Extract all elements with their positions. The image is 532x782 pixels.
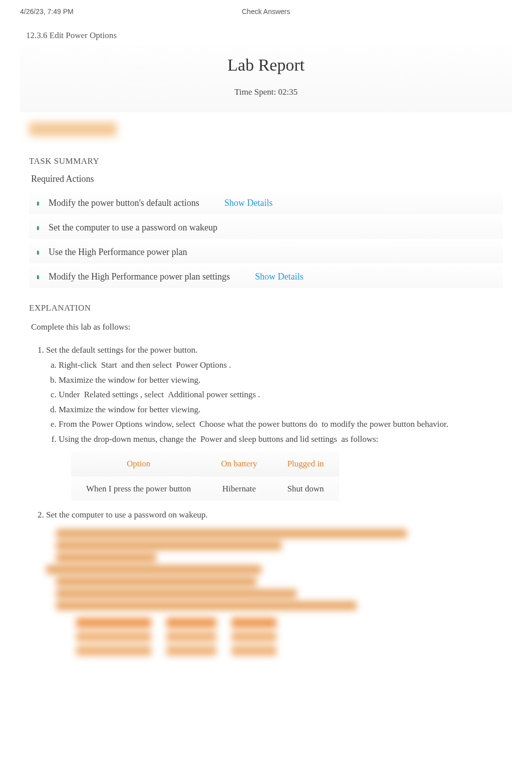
step-1-title: Set the default settings for the power b… bbox=[46, 345, 197, 355]
action-row: ▮ Modify the High Performance power plan… bbox=[29, 266, 503, 288]
step-2: Set the computer to use a password on wa… bbox=[46, 508, 501, 522]
action-text: Set the computer to use a password on wa… bbox=[49, 222, 217, 233]
action-row: ▮ Modify the power button's default acti… bbox=[29, 192, 503, 214]
check-icon: ▮ bbox=[37, 200, 40, 206]
action-row: ▮ Use the High Performance power plan bbox=[29, 241, 503, 264]
check-icon: ▮ bbox=[37, 225, 40, 230]
blurred-content bbox=[31, 529, 501, 656]
breadcrumb: 12.3.6 Edit Power Options bbox=[26, 31, 512, 41]
check-icon: ▮ bbox=[37, 249, 40, 255]
step-1b: Maximize the window for better viewing. bbox=[59, 374, 501, 387]
required-actions-label: Required Actions bbox=[31, 174, 512, 184]
table-cell: Shut down bbox=[272, 476, 339, 501]
report-title: Lab Report bbox=[25, 56, 507, 75]
table-header: On battery bbox=[206, 451, 272, 476]
show-details-link[interactable]: Show Details bbox=[224, 198, 273, 208]
action-text: Modify the power button's default action… bbox=[49, 198, 199, 208]
table-cell: When I press the power button bbox=[71, 476, 206, 501]
explanation-heading: EXPLANATION bbox=[29, 303, 512, 313]
check-icon: ▮ bbox=[37, 274, 40, 280]
table-header: Plugged in bbox=[272, 451, 339, 476]
show-details-link[interactable]: Show Details bbox=[255, 272, 304, 282]
table-cell: Hibernate bbox=[206, 476, 272, 501]
step-1e: From the Power Options window, select Ch… bbox=[59, 418, 501, 431]
timestamp: 4/26/23, 7:49 PM bbox=[20, 8, 74, 16]
page-title-header: Check Answers bbox=[242, 8, 290, 16]
explanation-body: Complete this lab as follows: Set the de… bbox=[31, 321, 501, 522]
task-summary-heading: TASK SUMMARY bbox=[29, 156, 512, 166]
step-1d: Maximize the window for better viewing. bbox=[59, 403, 501, 416]
step-1: Set the default settings for the power b… bbox=[46, 344, 501, 501]
report-header: Lab Report Time Spent: 02:35 bbox=[20, 46, 512, 112]
action-row: ▮ Set the computer to use a password on … bbox=[29, 216, 503, 239]
options-table-1: Option On battery Plugged in When I pres… bbox=[71, 451, 339, 501]
step-2-title: Set the computer to use a password on wa… bbox=[46, 510, 207, 519]
action-text: Use the High Performance power plan bbox=[49, 247, 187, 257]
score-blurred bbox=[29, 122, 117, 136]
step-1a: Right-click Start and then select Power … bbox=[59, 359, 501, 372]
table-header: Option bbox=[71, 451, 206, 476]
action-text: Modify the High Performance power plan s… bbox=[49, 272, 230, 282]
step-1f: Using the drop-down menus, change the Po… bbox=[59, 433, 501, 501]
explanation-intro: Complete this lab as follows: bbox=[31, 321, 501, 334]
time-spent: Time Spent: 02:35 bbox=[25, 87, 507, 97]
step-1c: Under Related settings, select Additiona… bbox=[59, 388, 501, 401]
